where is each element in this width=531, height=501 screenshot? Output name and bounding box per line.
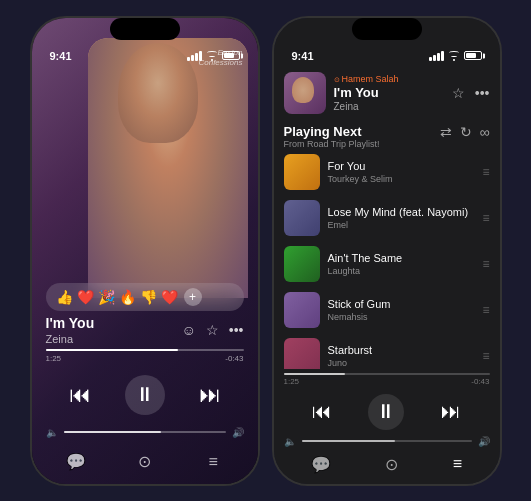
queue-item-1[interactable]: For You Tourkey & Selim ≡ <box>274 149 500 195</box>
queue-item-info-5: Starburst Juno <box>328 344 475 368</box>
signal-icon-2 <box>429 51 444 61</box>
now-playing-thumbnail <box>284 72 326 114</box>
p-times: 1:25 -0:43 <box>284 377 490 386</box>
progress-container[interactable]: 1:25 -0:43 <box>32 345 258 367</box>
wifi-icon <box>206 51 218 61</box>
track-action-buttons: ☺ ☆ ••• <box>181 322 243 338</box>
queue-item-info-4: Stick of Gum Nemahsis <box>328 298 475 322</box>
forward-btn-2[interactable]: ⏭ <box>441 400 461 423</box>
volume-high-icon: 🔊 <box>232 427 244 438</box>
airplay-icon-2[interactable]: ⊙ <box>385 455 398 474</box>
reaction-heart[interactable]: ❤️ <box>77 289 94 305</box>
np-more-icon[interactable]: ••• <box>475 85 490 101</box>
reaction-party[interactable]: 🎉 <box>98 289 115 305</box>
playing-next-source: From Road Trip Playlist! <box>284 139 380 149</box>
queue-thumb-4 <box>284 292 320 328</box>
favorite-icon[interactable]: ☆ <box>206 322 219 338</box>
playing-next-info: Playing Next From Road Trip Playlist! <box>284 124 380 149</box>
status-bar-2: 9:41 <box>274 42 500 66</box>
fast-forward-button[interactable]: ⏭ <box>199 382 221 408</box>
volume-low-icon: 🔈 <box>46 427 58 438</box>
vol-fill-2 <box>302 440 396 442</box>
p-fill <box>284 373 346 375</box>
queue-item-info-1: For You Tourkey & Selim <box>328 160 475 184</box>
phone2-content: 9:41 Hamem Salah I'm You Zeina <box>274 18 500 484</box>
queue-item-info-3: Ain't The Same Laughta <box>328 252 475 276</box>
np-user: Hamem Salah <box>334 74 444 84</box>
time-1: 9:41 <box>50 50 72 62</box>
vol-high-icon-2: 🔊 <box>478 436 490 447</box>
drag-icon-1[interactable]: ≡ <box>482 165 489 179</box>
playing-next-label: Playing Next <box>284 124 380 139</box>
rewind-button[interactable]: ⏮ <box>69 382 91 408</box>
queue-item-info-2: Lose My Mind (feat. Nayomi) Emel <box>328 206 475 230</box>
queue-item-5[interactable]: Starburst Juno ≡ <box>274 333 500 369</box>
np-actions: ☆ ••• <box>452 85 490 101</box>
qi-artist-4: Nemahsis <box>328 312 475 322</box>
status-icons-2 <box>429 51 482 61</box>
queue-nav-icon[interactable]: ≡ <box>198 450 228 474</box>
p-current: 1:25 <box>284 377 300 386</box>
qi-title-5: Starburst <box>328 344 475 356</box>
chat-nav-icon[interactable]: 💬 <box>61 450 91 474</box>
np-title: I'm You <box>334 85 444 100</box>
np-favorite-icon[interactable]: ☆ <box>452 85 465 101</box>
qi-artist-1: Tourkey & Selim <box>328 174 475 184</box>
playing-next-header: Playing Next From Road Trip Playlist! ⇄ … <box>274 120 500 149</box>
volume-control[interactable]: 🔈 🔊 <box>32 423 258 444</box>
phone2-volume[interactable]: 🔈 🔊 <box>274 434 500 451</box>
reaction-thumbsdown[interactable]: 👎 <box>140 289 157 305</box>
now-playing-info: Hamem Salah I'm You Zeina <box>334 74 444 112</box>
queue-list: For You Tourkey & Selim ≡ Lose My Mind (… <box>274 149 500 369</box>
track-info: I'm You Zeina <box>46 315 182 345</box>
dynamic-island <box>110 18 180 40</box>
drag-icon-2[interactable]: ≡ <box>482 211 489 225</box>
lyrics-icon[interactable]: ☺ <box>181 322 195 338</box>
queue-active-icon[interactable]: ≡ <box>453 455 462 474</box>
progress-bar[interactable] <box>46 349 244 351</box>
repeat-icon[interactable]: ↻ <box>460 124 472 140</box>
reaction-heart2[interactable]: ❤️ <box>161 289 178 305</box>
emoji-reactions[interactable]: 👍 ❤️ 🎉 🔥 👎 ❤️ + <box>46 283 244 311</box>
p-remaining: -0:43 <box>471 377 489 386</box>
pause-btn-2[interactable]: ⏸ <box>368 394 404 430</box>
chat-icon-2[interactable]: 💬 <box>311 455 331 474</box>
time-2: 9:41 <box>292 50 314 62</box>
airplay-nav-icon[interactable]: ⊙ <box>129 450 159 474</box>
pause-button[interactable]: ⏸ <box>125 375 165 415</box>
queue-item-2[interactable]: Lose My Mind (feat. Nayomi) Emel ≡ <box>274 195 500 241</box>
crossfade-icon[interactable]: ⇄ <box>440 124 452 140</box>
qi-artist-3: Laughta <box>328 266 475 276</box>
np-artist: Zeina <box>334 101 444 112</box>
queue-thumb-1 <box>284 154 320 190</box>
status-bar-1: 9:41 <box>32 42 258 66</box>
add-reaction-button[interactable]: + <box>184 288 202 306</box>
vol-track-2[interactable] <box>302 440 472 442</box>
qi-title-2: Lose My Mind (feat. Nayomi) <box>328 206 475 218</box>
progress-times: 1:25 -0:43 <box>46 354 244 363</box>
battery-icon-2 <box>464 51 482 60</box>
drag-icon-5[interactable]: ≡ <box>482 349 489 363</box>
volume-track[interactable] <box>64 431 226 433</box>
volume-fill <box>64 431 161 433</box>
queue-thumb-3 <box>284 246 320 282</box>
phone-2-queue: 9:41 Hamem Salah I'm You Zeina <box>272 16 502 486</box>
p-bar[interactable] <box>284 373 490 375</box>
dynamic-island-2 <box>352 18 422 40</box>
drag-icon-4[interactable]: ≡ <box>482 303 489 317</box>
bottom-nav-2: 💬 ⊙ ≡ <box>274 451 500 484</box>
signal-icon <box>187 51 202 61</box>
qi-title-1: For You <box>328 160 475 172</box>
qi-artist-5: Juno <box>328 358 475 368</box>
reaction-fire[interactable]: 🔥 <box>119 289 136 305</box>
rewind-btn-2[interactable]: ⏮ <box>312 400 332 423</box>
phone2-progress[interactable]: 1:25 -0:43 <box>274 369 500 390</box>
wifi-icon-2 <box>448 51 460 61</box>
reaction-thumbsup[interactable]: 👍 <box>56 289 73 305</box>
vol-low-icon-2: 🔈 <box>284 436 296 447</box>
queue-item-4[interactable]: Stick of Gum Nemahsis ≡ <box>274 287 500 333</box>
drag-icon-3[interactable]: ≡ <box>482 257 489 271</box>
more-icon[interactable]: ••• <box>229 322 244 338</box>
queue-item-3[interactable]: Ain't The Same Laughta ≡ <box>274 241 500 287</box>
infinity-icon[interactable]: ∞ <box>480 124 490 140</box>
